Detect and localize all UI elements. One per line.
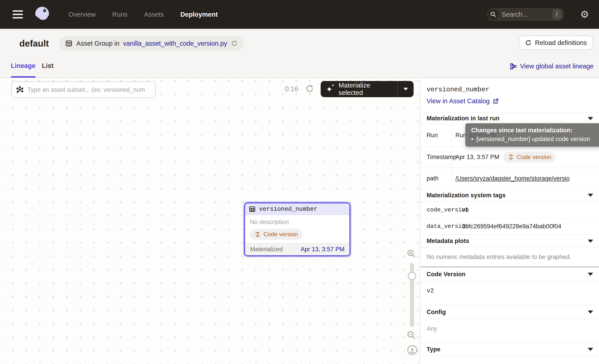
run-row-value: Run 5268743b — [452, 124, 599, 146]
asset-selection-icon — [16, 86, 24, 94]
config-value: Any — [420, 319, 599, 343]
code-version-tag-row: code_version v1 — [420, 201, 599, 218]
nav-assets[interactable]: Assets — [144, 11, 164, 18]
download-image-icon[interactable] — [407, 345, 418, 355]
section-header-label: Code Version — [427, 271, 466, 278]
chevron-down-icon[interactable] — [588, 348, 593, 351]
code-version-badge-label: Code version — [264, 231, 298, 238]
search-icon — [488, 9, 499, 20]
code-version-badge[interactable]: Code version — [503, 152, 556, 163]
sparkle-icon: ✦✦ — [326, 85, 335, 94]
asset-filter[interactable] — [11, 81, 156, 98]
panel-asset-title: versioned_number — [427, 86, 593, 93]
search-shortcut-key: / — [552, 9, 561, 20]
path-row: path /Users/sryza/dagster_home/storage/v… — [420, 168, 599, 189]
asset-node-body: No description Code version — [245, 215, 349, 243]
panel-title-block: versioned_number View in Asset Catalog — [420, 78, 599, 113]
menu-icon[interactable] — [13, 10, 23, 18]
tag-key: data_version — [420, 218, 458, 234]
section-materialization-in-last-run[interactable]: Materialization in last run — [420, 113, 599, 124]
materialized-label: Materialized — [250, 246, 283, 253]
view-in-asset-catalog-link[interactable]: View in Asset Catalog — [427, 97, 499, 105]
section-config[interactable]: Config — [420, 305, 599, 319]
tag-value: v1 — [458, 202, 599, 218]
nav-runs[interactable]: Runs — [112, 11, 128, 18]
timestamp-row-value: Apr 13, 3:57 PM Code version — [452, 147, 599, 168]
section-metadata-plots[interactable]: Metadata plots — [420, 234, 599, 247]
panel-bottom-area — [420, 356, 599, 364]
gear-icon[interactable]: ⚙ — [580, 9, 589, 19]
materialize-options-dropdown[interactable] — [398, 88, 414, 90]
section-type[interactable]: Type — [420, 343, 599, 356]
timestamp-row: Timestamp Apr 13, 3:57 PM Code version — [420, 146, 599, 168]
run-id-link[interactable]: 5268743b — [469, 132, 496, 139]
section-header-label: Type — [427, 346, 440, 353]
run-row-label: Run — [420, 124, 452, 146]
top-nav: Overview Runs Assets Deployment / ⚙ — [0, 0, 599, 29]
materialize-selected-button[interactable]: ✦✦ Materialize selected — [321, 82, 397, 96]
view-in-asset-catalog-label: View in Asset Catalog — [427, 97, 490, 105]
section-header-label: Materialization in last run — [427, 115, 500, 122]
lineage-canvas[interactable]: 0:16 ✦✦ Materialize selected — [0, 78, 420, 364]
chevron-down-icon[interactable] — [588, 194, 593, 197]
reload-icon — [525, 39, 532, 46]
metadata-plots-empty-message: No numeric metadata entries available to… — [420, 247, 599, 266]
page-header: default Asset Group in vanilla_asset_wit… — [0, 29, 599, 58]
section-materialization-system-tags[interactable]: Materialization system tags — [420, 189, 599, 201]
zoom-in-icon[interactable] — [406, 249, 416, 259]
materialized-time[interactable]: Apr 13, 3:57 PM — [301, 246, 344, 253]
dagster-logo[interactable] — [33, 5, 52, 24]
section-header-label: Config — [427, 309, 446, 316]
section-header-label: Metadata plots — [427, 238, 469, 244]
app-root: Overview Runs Assets Deployment / ⚙ defa… — [0, 0, 599, 364]
code-file-link[interactable]: vanilla_asset_with_code_version.py — [123, 40, 227, 47]
page-title: default — [19, 38, 49, 49]
asset-filter-input[interactable] — [27, 86, 151, 94]
reload-definitions-button[interactable]: Reload definitions — [519, 35, 593, 50]
asset-group-icon — [65, 40, 73, 47]
nav-overview[interactable]: Overview — [68, 11, 96, 18]
lineage-graph-icon — [510, 63, 517, 70]
section-header-label: Materialization system tags — [427, 192, 506, 199]
asset-group-pill: Asset Group in vanilla_asset_with_code_v… — [59, 36, 244, 51]
run-value-prefix: Run — [455, 132, 467, 139]
code-version-changed-icon — [255, 231, 261, 238]
asset-node-footer: Materialized Apr 13, 3:57 PM — [245, 243, 349, 255]
asset-node-description: No description — [250, 219, 344, 226]
zoom-out-icon[interactable] — [406, 330, 416, 340]
external-link-icon — [492, 98, 499, 105]
chevron-down-icon[interactable] — [588, 311, 593, 314]
tab-list[interactable]: List — [42, 62, 53, 69]
chevron-down-icon[interactable] — [588, 273, 593, 276]
materialize-button-group: ✦✦ Materialize selected — [321, 81, 414, 97]
view-global-lineage-label: View global asset lineage — [520, 62, 594, 70]
section-code-version[interactable]: Code Version — [420, 268, 599, 281]
zoom-slider-handle[interactable] — [408, 272, 416, 280]
refresh-icon[interactable] — [231, 40, 238, 47]
code-version-changed-icon — [508, 154, 514, 160]
global-search[interactable]: / — [487, 8, 564, 21]
asset-node-versioned-number[interactable]: versioned_number No description Code ver… — [244, 202, 350, 256]
path-link[interactable]: /Users/sryza/dagster_home/storage/versio — [455, 175, 570, 182]
data-version-tag-row: data_version 3bfc269594ef649228e9a74bab0… — [420, 218, 599, 234]
code-version-value: v2 — [420, 281, 599, 305]
chevron-down-icon[interactable] — [588, 240, 593, 243]
timestamp-value: Apr 13, 3:57 PM — [455, 154, 499, 161]
nav-deployment[interactable]: Deployment — [180, 11, 218, 18]
asset-side-panel: versioned_number View in Asset Catalog M… — [420, 78, 599, 364]
search-input[interactable] — [501, 11, 552, 18]
table-icon — [249, 206, 256, 213]
refresh-icon[interactable] — [305, 84, 314, 93]
chevron-down-icon[interactable] — [588, 117, 593, 120]
asset-group-label: Asset Group in — [76, 40, 120, 47]
asset-node-title: versioned_number — [259, 206, 317, 213]
tab-lineage[interactable]: Lineage — [11, 62, 35, 69]
path-row-label: path — [420, 168, 452, 189]
reload-definitions-label: Reload definitions — [535, 39, 587, 47]
tag-key: code_version — [420, 202, 458, 218]
run-row: Run Run 5268743b — [420, 124, 599, 146]
view-global-lineage-link[interactable]: View global asset lineage — [510, 62, 594, 70]
code-version-badge[interactable]: Code version — [250, 229, 302, 240]
tag-value: 3bfc269594ef649228e9a74bab00f04 — [458, 218, 599, 234]
tab-strip: Lineage List View global asset lineage — [0, 58, 599, 78]
